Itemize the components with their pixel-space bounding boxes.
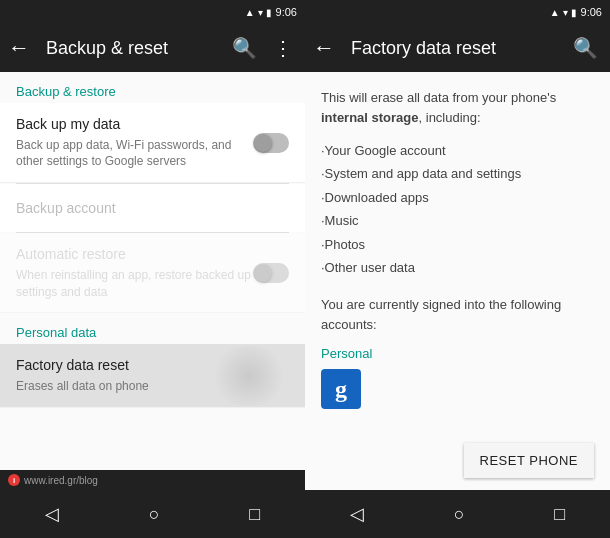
erase-item-2: ·System and app data and settings [321, 162, 594, 185]
left-panel: ▲ ▾ ▮ 9:06 ← Backup & reset 🔍 ⋮ Backup &… [0, 0, 305, 538]
left-back-button[interactable]: ← [8, 35, 30, 61]
left-bottom-nav: ◁ ○ □ [0, 490, 305, 538]
erase-description: This will erase all data from your phone… [321, 88, 594, 127]
left-recents-nav[interactable]: □ [249, 504, 260, 525]
right-status-time: 9:06 [581, 6, 602, 18]
erase-strong: internal storage [321, 110, 419, 125]
personal-label: Personal [321, 346, 594, 361]
personal-data-header: Personal data [0, 313, 305, 344]
automatic-restore-title: Automatic restore [16, 245, 253, 265]
backup-my-data-item[interactable]: Back up my data Back up app data, Wi-Fi … [0, 103, 305, 183]
left-content: Backup & restore Back up my data Back up… [0, 72, 305, 470]
left-page-title: Backup & reset [46, 38, 220, 59]
backup-my-data-subtitle: Back up app data, Wi-Fi passwords, and o… [16, 137, 253, 171]
wifi-icon: ▾ [258, 7, 263, 18]
backup-account-item[interactable]: Backup account [0, 184, 305, 232]
erase-item-4: ·Music [321, 209, 594, 232]
right-panel: ▲ ▾ ▮ 9:06 ← Factory data reset 🔍 This w… [305, 0, 610, 538]
automatic-restore-toggle[interactable] [253, 263, 289, 283]
automatic-restore-text: Automatic restore When reinstalling an a… [16, 245, 253, 300]
website-bar: i www.ired.gr/blog [0, 470, 305, 490]
right-recents-nav[interactable]: □ [554, 504, 565, 525]
google-letter: g [335, 376, 347, 403]
signal-icon: ▲ [245, 7, 255, 18]
right-top-bar: ← Factory data reset 🔍 [305, 24, 610, 72]
right-bottom-nav: ◁ ○ □ [305, 490, 610, 538]
website-url: www.ired.gr/blog [24, 475, 98, 486]
automatic-restore-subtitle: When reinstalling an app, restore backed… [16, 267, 253, 301]
erase-list: ·Your Google account ·System and app dat… [321, 139, 594, 279]
battery-icon: ▮ [266, 7, 272, 18]
erase-item-1: ·Your Google account [321, 139, 594, 162]
right-battery-icon: ▮ [571, 7, 577, 18]
right-page-title: Factory data reset [351, 38, 561, 59]
left-status-time: 9:06 [276, 6, 297, 18]
right-content: This will erase all data from your phone… [305, 72, 610, 431]
backup-account-label: Backup account [16, 200, 289, 216]
right-status-bar: ▲ ▾ ▮ 9:06 [305, 0, 610, 24]
backup-my-data-title: Back up my data [16, 115, 253, 135]
factory-reset-item[interactable]: Factory data reset Erases all data on ph… [0, 344, 305, 407]
backup-my-data-toggle[interactable] [253, 133, 289, 153]
automatic-restore-item[interactable]: Automatic restore When reinstalling an a… [0, 233, 305, 313]
reset-phone-button[interactable]: RESET PHONE [464, 443, 594, 478]
google-account-icon[interactable]: g [321, 369, 361, 409]
more-options-icon[interactable]: ⋮ [269, 32, 297, 64]
left-status-bar: ▲ ▾ ▮ 9:06 [0, 0, 305, 24]
right-signal-icon: ▲ [550, 7, 560, 18]
right-back-nav[interactable]: ◁ [350, 503, 364, 525]
ripple-effect [209, 346, 289, 406]
left-back-nav[interactable]: ◁ [45, 503, 59, 525]
right-search-icon[interactable]: 🔍 [569, 32, 602, 64]
left-home-nav[interactable]: ○ [149, 504, 160, 525]
erase-item-6: ·Other user data [321, 256, 594, 279]
erase-item-3: ·Downloaded apps [321, 186, 594, 209]
backup-my-data-text: Back up my data Back up app data, Wi-Fi … [16, 115, 253, 170]
erase-item-5: ·Photos [321, 233, 594, 256]
search-icon[interactable]: 🔍 [228, 32, 261, 64]
reset-btn-area: RESET PHONE [305, 431, 610, 490]
website-favicon: i [8, 474, 20, 486]
accounts-description: You are currently signed into the follow… [321, 295, 594, 334]
right-status-icons: ▲ ▾ ▮ [550, 7, 577, 18]
right-home-nav[interactable]: ○ [454, 504, 465, 525]
right-wifi-icon: ▾ [563, 7, 568, 18]
erase-suffix: , including: [419, 110, 481, 125]
left-top-bar: ← Backup & reset 🔍 ⋮ [0, 24, 305, 72]
backup-restore-header: Backup & restore [0, 72, 305, 103]
erase-intro: This will erase all data from your phone… [321, 90, 556, 105]
left-status-icons: ▲ ▾ ▮ [245, 7, 272, 18]
right-back-button[interactable]: ← [313, 35, 335, 61]
